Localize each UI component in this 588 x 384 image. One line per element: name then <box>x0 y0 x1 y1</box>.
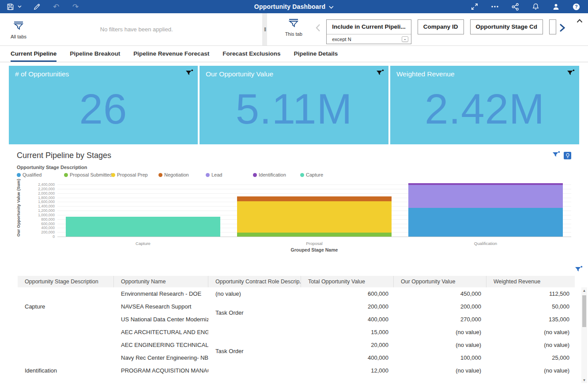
tab-pipeline-details[interactable]: Pipeline Details <box>294 46 338 62</box>
save-icon <box>5 2 15 11</box>
y-tick-label: 400,000 <box>41 226 55 230</box>
bar-segment-proposal-submitted[interactable] <box>237 233 391 237</box>
y-tick-label: 600,000 <box>41 222 55 226</box>
filter-funnel-icon <box>13 21 24 33</box>
table-filter-icon[interactable] <box>575 266 583 275</box>
filter-indicator-icon[interactable] <box>185 69 193 78</box>
chips-scroll-right-button[interactable] <box>556 20 568 35</box>
chip-remove-button[interactable]: - <box>402 36 408 42</box>
legend-title: Opportunity Stage Description <box>17 165 571 170</box>
chip-condition: except N <box>332 37 399 42</box>
table-cell: 400,000 <box>301 351 394 364</box>
legend-item[interactable]: Proposal Prep <box>111 172 158 177</box>
legend-label: Proposal Prep <box>117 172 148 177</box>
table-cell: (no value) <box>394 339 486 351</box>
chart-widget: Current Pipeline by Stages Opportunity S… <box>9 147 579 252</box>
table-row[interactable]: Environmental Research - DOE(no value)60… <box>18 287 575 300</box>
legend-item[interactable]: Qualified <box>17 172 64 177</box>
all-tabs-filter-button[interactable]: All tabs <box>0 19 37 39</box>
chip-opportunity-stage-cd[interactable]: Opportunity Stage Cd <box>470 19 543 34</box>
kpi-value: 26 <box>9 74 198 144</box>
x-axis-label: Proposal <box>229 241 400 246</box>
stacked-bar-capture[interactable] <box>66 217 220 237</box>
kpi-card-num-opportunities[interactable]: # of Opportunities 26 <box>9 66 198 144</box>
this-tab-filter-button[interactable]: This tab <box>275 17 312 37</box>
gridline <box>57 237 571 237</box>
bar-segment-lead[interactable] <box>408 185 562 207</box>
table-cell: Navy Rec Center Engineering- NBB... <box>114 351 208 364</box>
table-cell: Identification <box>18 364 114 377</box>
y-tick-label: 800,000 <box>41 217 55 222</box>
table-scrollbar[interactable]: ▲ ▼ <box>581 287 587 383</box>
stacked-bar-qualification[interactable] <box>408 183 562 237</box>
stacked-bar-proposal[interactable] <box>237 196 391 237</box>
expand-icon[interactable] <box>470 2 479 11</box>
legend-item[interactable]: Capture <box>300 172 347 177</box>
kpi-card-our-opportunity-value[interactable]: Our Opportunity Value 5.11M <box>200 66 388 144</box>
column-header-weighted-revenue[interactable]: Weighted Revenue <box>486 276 575 287</box>
chart-legend: QualifiedProposal SubmittedProposal Prep… <box>17 172 571 177</box>
column-header-name[interactable]: Opportunity Name <box>114 276 208 287</box>
this-tab-label: This tab <box>285 31 302 37</box>
y-tick-label: 200,000 <box>41 230 55 234</box>
tab-current-pipeline[interactable]: Current Pipeline <box>11 46 57 62</box>
column-header-total-value[interactable]: Total Opportunity Value <box>301 276 394 287</box>
chart-filter-icon[interactable] <box>552 151 560 160</box>
dashboard-title-menu[interactable]: Opportunity Dashboard <box>254 3 334 11</box>
help-icon[interactable]: ? <box>571 2 581 11</box>
collapse-filterbar-button[interactable] <box>577 17 583 25</box>
save-button[interactable] <box>5 2 22 11</box>
table-cell <box>18 313 114 326</box>
tab-forecast-exclusions[interactable]: Forecast Exclusions <box>222 46 280 62</box>
legend-label: Identification <box>259 172 286 177</box>
y-tick-label: 1,800,000 <box>38 196 55 200</box>
table-row[interactable]: AEC ARCHITECTURAL AND ENGIN...15,000(no … <box>18 326 575 339</box>
scrollbar-up-button[interactable]: ▲ <box>581 287 587 294</box>
table-row[interactable]: CaptureNAVSEA Research SupportTask Order… <box>18 300 575 313</box>
bar-segment-proposal-prep[interactable] <box>237 201 391 233</box>
column-header-our-value[interactable]: Our Opportunity Value <box>394 276 486 287</box>
tab-pipeline-breakout[interactable]: Pipeline Breakout <box>70 46 120 62</box>
share-icon[interactable] <box>510 2 520 11</box>
table-cell: (no value) <box>486 364 575 377</box>
table-row[interactable]: Navy Rec Center Engineering- NBB...400,0… <box>18 351 575 364</box>
account-person-icon[interactable] <box>551 2 561 11</box>
panel-resize-handle[interactable]: ‖ <box>262 13 267 45</box>
filter-indicator-icon[interactable] <box>376 69 384 78</box>
undo-button[interactable]: ↶ <box>51 2 61 11</box>
legend-item[interactable]: Negotiation <box>158 172 206 177</box>
redo-button[interactable]: ↷ <box>71 2 80 11</box>
bar-segment-negotiation[interactable] <box>237 196 391 201</box>
table-row[interactable]: US National Data Center Moderniz...400,0… <box>18 313 575 326</box>
filter-indicator-icon[interactable] <box>567 69 575 78</box>
legend-item[interactable]: Proposal Submitted <box>64 172 111 177</box>
tab-pipeline-revenue-forecast[interactable]: Pipeline Revenue Forecast <box>133 46 209 62</box>
page-title: Opportunity Dashboard <box>254 3 325 10</box>
table-row[interactable]: IdentificationPROGRAM ACQUISITION MANAG.… <box>18 364 575 377</box>
edit-button[interactable] <box>32 2 41 11</box>
kpi-card-weighted-revenue[interactable]: Weighted Revenue 2.42M <box>390 66 579 144</box>
insights-icon[interactable] <box>564 152 571 159</box>
scrollbar-track[interactable] <box>581 294 587 377</box>
chips-scroll-left-button[interactable] <box>312 20 324 35</box>
column-header-stage[interactable]: Opportunity Stage Description <box>18 276 114 287</box>
table-row[interactable]: AEC ENGINEERING TECHNICAL S...Task Order… <box>18 339 575 351</box>
scrollbar-down-button[interactable]: ▼ <box>581 377 587 383</box>
column-header-contract-role[interactable]: Opportunity Contract Role Descrip... <box>208 276 301 287</box>
table-cell <box>18 287 114 300</box>
table-cell: 112,500 <box>486 287 575 300</box>
all-tabs-filter-section: All tabs No filters have been applied. <box>0 13 262 45</box>
legend-item[interactable]: Identification <box>253 172 300 177</box>
bar-segment-capture[interactable] <box>66 217 220 237</box>
more-ellipsis-icon[interactable] <box>490 2 500 11</box>
scrollbar-thumb[interactable] <box>582 295 586 327</box>
notifications-bell-icon[interactable] <box>531 2 540 11</box>
chip-include-in-current-pipeline[interactable]: Include in Current Pipeli... except N - <box>326 19 411 44</box>
legend-item[interactable]: Lead <box>206 172 253 177</box>
chip-company-id[interactable]: Company ID <box>418 19 464 34</box>
x-axis-label: Capture <box>57 241 229 246</box>
chip-partial[interactable] <box>549 19 556 34</box>
bar-segment-qualified[interactable] <box>408 208 562 237</box>
y-tick-label: 1,000,000 <box>38 213 55 217</box>
table-cell: 12,000 <box>301 364 394 377</box>
